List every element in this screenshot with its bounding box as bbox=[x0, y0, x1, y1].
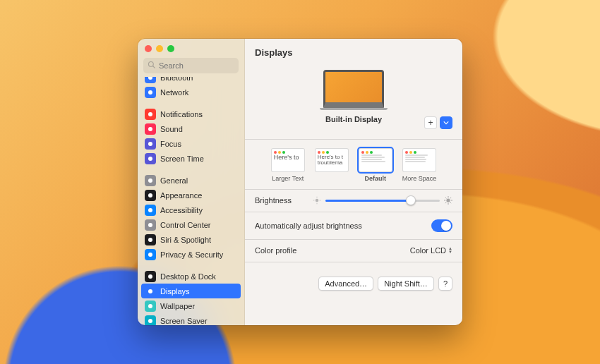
sidebar-item-label: Siri & Spotlight bbox=[160, 236, 211, 244]
svg-line-30 bbox=[445, 198, 447, 199]
photo-icon bbox=[145, 301, 156, 312]
svg-point-20 bbox=[316, 199, 319, 202]
sidebar-item-screen-saver[interactable]: Screen Saver bbox=[138, 313, 244, 325]
display-options-button[interactable] bbox=[440, 116, 452, 129]
sidebar-item-control-center[interactable]: Control Center bbox=[138, 217, 244, 232]
svg-line-33 bbox=[450, 198, 452, 199]
footer-buttons: Advanced… Night Shift… ? bbox=[255, 262, 452, 291]
page-title: Displays bbox=[245, 39, 462, 66]
svg-point-10 bbox=[148, 208, 152, 212]
sidebar-item-label: General bbox=[160, 176, 188, 185]
appearance-icon bbox=[145, 190, 156, 201]
svg-point-15 bbox=[148, 289, 152, 293]
svg-point-9 bbox=[148, 193, 152, 198]
auto-brightness-label: Automatically adjust brightness bbox=[255, 222, 362, 230]
sidebar-item-wallpaper[interactable]: Wallpaper bbox=[138, 298, 244, 313]
color-profile-select[interactable]: Color LCD ▲▼ bbox=[410, 246, 452, 255]
scale-label: Default bbox=[364, 175, 386, 182]
sidebar-item-privacy-security[interactable]: Privacy & Security bbox=[138, 247, 244, 262]
add-display-button[interactable]: + bbox=[424, 116, 437, 129]
bell-icon bbox=[145, 109, 156, 120]
svg-point-8 bbox=[148, 178, 152, 183]
svg-line-1 bbox=[153, 66, 155, 68]
sidebar-item-label: Displays bbox=[160, 287, 190, 296]
help-button[interactable]: ? bbox=[438, 277, 452, 291]
svg-line-31 bbox=[450, 202, 452, 204]
sidebar-item-label: Screen Time bbox=[160, 154, 204, 163]
sidebar-list: BluetoothNetworkNotificationsSoundFocusS… bbox=[138, 77, 244, 325]
accessibility-icon bbox=[145, 205, 156, 216]
svg-point-17 bbox=[148, 319, 152, 323]
svg-point-14 bbox=[148, 274, 152, 279]
scale-option[interactable]: Default bbox=[359, 148, 392, 182]
switches-icon bbox=[145, 219, 156, 231]
brightness-slider[interactable] bbox=[325, 200, 440, 202]
sidebar-item-label: Sound bbox=[160, 125, 183, 133]
svg-point-25 bbox=[446, 198, 450, 202]
sidebar-item-screen-time[interactable]: Screen Time bbox=[138, 151, 244, 166]
sun-large-icon bbox=[444, 196, 452, 205]
sidebar-item-siri-spotlight[interactable]: Siri & Spotlight bbox=[138, 232, 244, 247]
hourglass-icon bbox=[145, 153, 156, 164]
slider-knob[interactable] bbox=[406, 195, 416, 205]
svg-point-11 bbox=[148, 223, 152, 227]
sidebar-item-general[interactable]: General bbox=[138, 173, 244, 188]
search-input[interactable] bbox=[143, 58, 239, 73]
dock-icon bbox=[145, 271, 156, 282]
sidebar-item-label: Privacy & Security bbox=[160, 250, 223, 259]
scale-thumb bbox=[402, 148, 436, 172]
sun-small-icon bbox=[313, 196, 321, 205]
scale-option[interactable]: More Space bbox=[402, 148, 437, 182]
color-profile-row[interactable]: Color profile Color LCD ▲▼ bbox=[255, 239, 452, 262]
moon-icon bbox=[145, 138, 156, 150]
laptop-icon bbox=[323, 70, 384, 108]
display-name: Built-in Display bbox=[325, 115, 382, 123]
scale-thumb bbox=[359, 148, 392, 172]
resolution-scales: Here's toLarger TextHere's to t troublem… bbox=[255, 140, 452, 189]
main-panel: Displays Built-in Display + Here's toLar… bbox=[245, 39, 462, 325]
advanced-button[interactable]: Advanced… bbox=[318, 277, 373, 291]
speaker-icon bbox=[145, 123, 156, 135]
sidebar: BluetoothNetworkNotificationsSoundFocusS… bbox=[138, 39, 245, 325]
svg-point-16 bbox=[148, 304, 152, 308]
sidebar-item-sound[interactable]: Sound bbox=[138, 121, 244, 136]
updown-icon: ▲▼ bbox=[448, 247, 452, 254]
search-icon bbox=[148, 61, 156, 69]
sidebar-item-label: Notifications bbox=[160, 110, 203, 119]
scale-option[interactable]: Here's toLarger Text bbox=[271, 148, 305, 182]
svg-point-4 bbox=[148, 112, 152, 116]
sidebar-item-desktop-dock[interactable]: Desktop & Dock bbox=[138, 269, 244, 284]
sidebar-item-bluetooth[interactable]: Bluetooth bbox=[138, 77, 244, 85]
window-controls bbox=[138, 39, 244, 52]
search-field[interactable] bbox=[143, 58, 239, 73]
scale-label: More Space bbox=[402, 175, 437, 182]
hand-icon bbox=[145, 249, 156, 260]
svg-line-32 bbox=[445, 202, 447, 204]
minimize-icon[interactable] bbox=[156, 45, 163, 52]
sidebar-item-appearance[interactable]: Appearance bbox=[138, 188, 244, 202]
color-profile-value: Color LCD bbox=[410, 246, 446, 255]
sidebar-item-focus[interactable]: Focus bbox=[138, 136, 244, 151]
svg-point-2 bbox=[148, 77, 152, 80]
sidebar-item-label: Appearance bbox=[160, 191, 202, 200]
auto-brightness-toggle[interactable] bbox=[431, 219, 452, 232]
sidebar-item-notifications[interactable]: Notifications bbox=[138, 107, 244, 121]
sidebar-item-label: Focus bbox=[160, 140, 181, 148]
zoom-icon[interactable] bbox=[167, 45, 174, 52]
svg-point-12 bbox=[148, 238, 152, 242]
scale-label: Larger Text bbox=[272, 175, 304, 182]
scale-thumb: Here's to t troublema bbox=[315, 148, 349, 172]
sidebar-item-label: Accessibility bbox=[160, 206, 203, 214]
auto-brightness-row: Automatically adjust brightness bbox=[255, 212, 452, 239]
brightness-row: Brightness bbox=[255, 189, 452, 212]
sidebar-item-accessibility[interactable]: Accessibility bbox=[138, 202, 244, 217]
sidebar-item-displays[interactable]: Displays bbox=[141, 284, 241, 298]
night-shift-button[interactable]: Night Shift… bbox=[378, 277, 434, 291]
sidebar-item-network[interactable]: Network bbox=[138, 85, 244, 99]
scale-option[interactable]: Here's to t troublema bbox=[315, 148, 349, 182]
globe-icon bbox=[145, 87, 156, 98]
chevron-down-icon bbox=[443, 120, 449, 126]
brightness-label: Brightness bbox=[255, 196, 292, 205]
color-profile-label: Color profile bbox=[255, 246, 296, 255]
close-icon[interactable] bbox=[145, 45, 152, 52]
